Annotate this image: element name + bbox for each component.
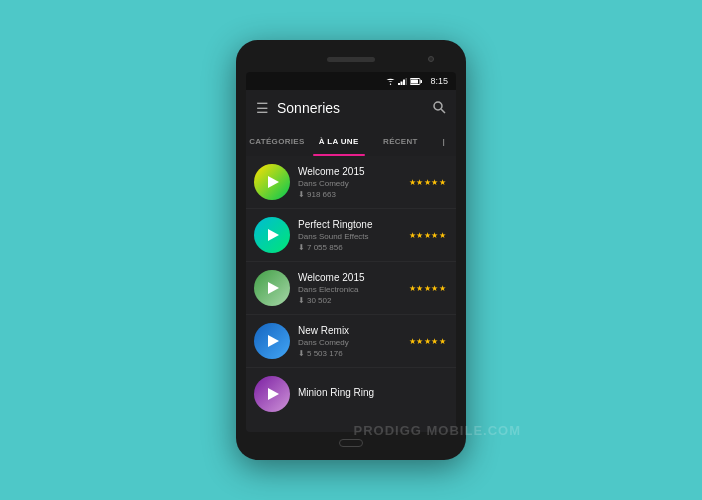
play-triangle-icon [268, 282, 279, 294]
stars: ★★★★★ [409, 284, 447, 293]
ringtone-item[interactable]: New RemixDans Comedy⬇ 5 503 176★★★★★ [246, 315, 456, 368]
ringtone-rating: ★★★★★ [409, 337, 447, 346]
svg-rect-7 [421, 80, 423, 83]
ringtone-name: Welcome 2015 [298, 272, 409, 283]
ringtone-list: Welcome 2015Dans Comedy⬇ 918 663★★★★★Per… [246, 156, 456, 432]
ringtone-category: Dans Comedy [298, 179, 409, 188]
tab-alaune[interactable]: À LA UNE [308, 126, 370, 156]
svg-rect-4 [406, 78, 408, 85]
ringtone-info: Minion Ring Ring [298, 387, 446, 402]
ringtone-info: Welcome 2015Dans Electronica⬇ 30 502 [298, 272, 409, 305]
svg-point-8 [434, 102, 442, 110]
phone-bottom-hardware [240, 436, 462, 450]
ringtone-downloads: ⬇ 7 055 856 [298, 243, 409, 252]
ringtone-name: New Remix [298, 325, 409, 336]
play-button[interactable] [254, 376, 290, 412]
tab-more[interactable]: | [431, 126, 456, 156]
ringtone-category: Dans Sound Effects [298, 232, 409, 241]
svg-rect-2 [401, 81, 403, 85]
phone-screen: 8:15 ☰ Sonneries CATÉGORIES À LA UNE RÉC… [246, 72, 456, 432]
play-triangle-icon [268, 176, 279, 188]
wifi-icon [386, 78, 395, 85]
ringtone-name: Perfect Ringtone [298, 219, 409, 230]
ringtone-downloads: ⬇ 918 663 [298, 190, 409, 199]
ringtone-name: Welcome 2015 [298, 166, 409, 177]
stars: ★★★★★ [409, 178, 447, 187]
download-icon: ⬇ [298, 296, 305, 305]
app-title: Sonneries [277, 100, 424, 116]
play-triangle-icon [268, 388, 279, 400]
svg-line-9 [441, 109, 445, 113]
ringtone-downloads: ⬇ 5 503 176 [298, 349, 409, 358]
phone-camera [428, 56, 434, 62]
svg-rect-3 [403, 79, 405, 85]
download-icon: ⬇ [298, 243, 305, 252]
ringtone-item[interactable]: Perfect RingtoneDans Sound Effects⬇ 7 05… [246, 209, 456, 262]
stars: ★★★★★ [409, 337, 447, 346]
ringtone-category: Dans Comedy [298, 338, 409, 347]
ringtone-info: Perfect RingtoneDans Sound Effects⬇ 7 05… [298, 219, 409, 252]
play-button[interactable] [254, 270, 290, 306]
home-button[interactable] [339, 439, 363, 447]
phone-speaker [327, 57, 375, 62]
phone-top-hardware [240, 50, 462, 68]
tab-recent[interactable]: RÉCENT [370, 126, 432, 156]
status-time: 8:15 [430, 76, 448, 86]
play-button[interactable] [254, 217, 290, 253]
tabs-bar: CATÉGORIES À LA UNE RÉCENT | [246, 126, 456, 156]
download-icon: ⬇ [298, 190, 305, 199]
signal-icon [398, 78, 407, 85]
battery-icon [410, 78, 422, 85]
ringtone-item[interactable]: Welcome 2015Dans Electronica⬇ 30 502★★★★… [246, 262, 456, 315]
svg-rect-6 [411, 79, 418, 83]
ringtone-category: Dans Electronica [298, 285, 409, 294]
play-button[interactable] [254, 323, 290, 359]
ringtone-rating: ★★★★★ [409, 231, 447, 240]
play-button[interactable] [254, 164, 290, 200]
svg-rect-1 [398, 83, 400, 85]
stars: ★★★★★ [409, 231, 447, 240]
phone-frame: 8:15 ☰ Sonneries CATÉGORIES À LA UNE RÉC… [236, 40, 466, 460]
ringtone-rating: ★★★★★ [409, 284, 447, 293]
app-bar: ☰ Sonneries [246, 90, 456, 126]
download-icon: ⬇ [298, 349, 305, 358]
ringtone-info: New RemixDans Comedy⬇ 5 503 176 [298, 325, 409, 358]
tab-categories[interactable]: CATÉGORIES [246, 126, 308, 156]
ringtone-item[interactable]: Minion Ring Ring [246, 368, 456, 420]
hamburger-icon[interactable]: ☰ [256, 100, 269, 116]
ringtone-name: Minion Ring Ring [298, 387, 446, 398]
search-icon[interactable] [432, 100, 446, 117]
ringtone-info: Welcome 2015Dans Comedy⬇ 918 663 [298, 166, 409, 199]
status-icons [386, 78, 422, 85]
play-triangle-icon [268, 335, 279, 347]
svg-point-0 [390, 83, 391, 84]
ringtone-item[interactable]: Welcome 2015Dans Comedy⬇ 918 663★★★★★ [246, 156, 456, 209]
status-bar: 8:15 [246, 72, 456, 90]
ringtone-rating: ★★★★★ [409, 178, 447, 187]
ringtone-downloads: ⬇ 30 502 [298, 296, 409, 305]
play-triangle-icon [268, 229, 279, 241]
